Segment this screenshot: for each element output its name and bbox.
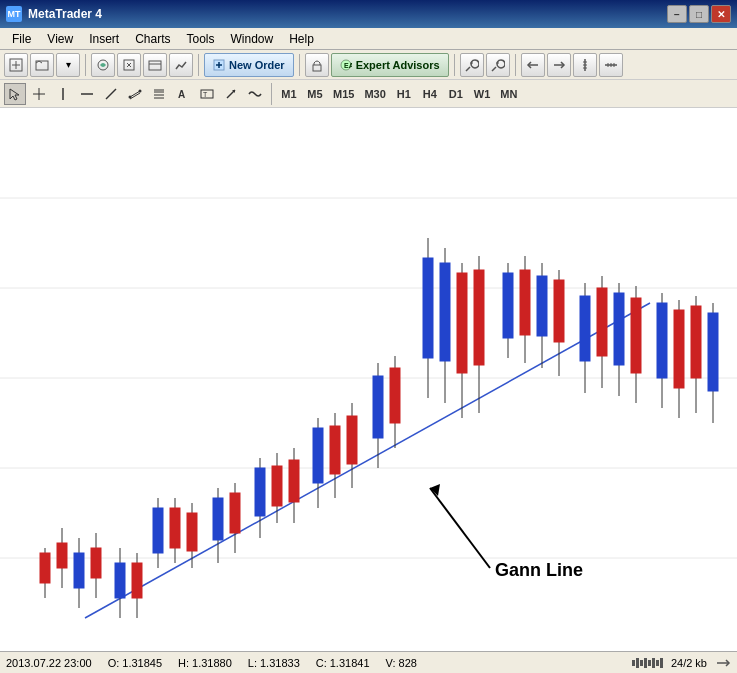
- label-tool[interactable]: T: [196, 83, 218, 105]
- svg-rect-90: [373, 376, 383, 438]
- tf-h1[interactable]: H1: [392, 84, 416, 104]
- trendline-tool[interactable]: [100, 83, 122, 105]
- minimize-button[interactable]: −: [667, 5, 687, 23]
- menu-window[interactable]: Window: [223, 30, 282, 48]
- title-bar-controls[interactable]: − □ ✕: [667, 5, 731, 23]
- title-bar-left: MT MetaTrader 4: [6, 6, 102, 22]
- svg-rect-82: [289, 460, 299, 502]
- low-value: 1.31833: [260, 657, 300, 669]
- text-tool[interactable]: A: [172, 83, 194, 105]
- svg-rect-96: [440, 263, 450, 361]
- svg-rect-76: [230, 493, 240, 533]
- svg-marker-29: [10, 89, 19, 100]
- time-scale-button[interactable]: [599, 53, 623, 77]
- svg-rect-13: [313, 65, 321, 71]
- cursor-tool[interactable]: [4, 83, 26, 105]
- scroll-indicator: [715, 656, 731, 670]
- trade-button[interactable]: [169, 53, 193, 77]
- tf-m15[interactable]: M15: [329, 84, 358, 104]
- new-chart-button[interactable]: [4, 53, 28, 77]
- scroll-left-button[interactable]: [521, 53, 545, 77]
- status-bar: 2013.07.22 23:00 O: 1.31845 H: 1.31880 L…: [0, 651, 737, 673]
- open-label: O:: [108, 657, 120, 669]
- svg-rect-72: [187, 513, 197, 551]
- close-label: C:: [316, 657, 327, 669]
- svg-rect-112: [597, 288, 607, 356]
- menu-tools[interactable]: Tools: [179, 30, 223, 48]
- high-price: H: 1.31880: [178, 657, 232, 669]
- menu-help[interactable]: Help: [281, 30, 322, 48]
- close-button[interactable]: ✕: [711, 5, 731, 23]
- svg-rect-78: [255, 468, 265, 516]
- close-value: 1.31841: [330, 657, 370, 669]
- tf-m1[interactable]: M1: [277, 84, 301, 104]
- price-scale-button[interactable]: [573, 53, 597, 77]
- svg-rect-48: [0, 108, 737, 651]
- arrow-tool[interactable]: [220, 83, 242, 105]
- svg-rect-98: [457, 273, 467, 373]
- volume: V: 828: [386, 657, 417, 669]
- expert-advisors-button[interactable]: EA Expert Advisors: [331, 53, 449, 77]
- scroll-right-button[interactable]: [547, 53, 571, 77]
- new-order-button[interactable]: New Order: [204, 53, 294, 77]
- open-value: 1.31845: [122, 657, 162, 669]
- datetime-display: 2013.07.22 23:00: [6, 657, 92, 669]
- svg-rect-116: [631, 298, 641, 373]
- history-button[interactable]: [143, 53, 167, 77]
- svg-rect-94: [423, 258, 433, 358]
- wave-tool[interactable]: [244, 83, 266, 105]
- open-button[interactable]: [30, 53, 54, 77]
- new-order-label: New Order: [229, 59, 285, 71]
- menu-insert[interactable]: Insert: [81, 30, 127, 48]
- svg-text:EA: EA: [344, 62, 352, 69]
- svg-rect-102: [503, 273, 513, 338]
- svg-rect-70: [170, 508, 180, 548]
- svg-rect-8: [149, 61, 161, 70]
- svg-rect-100: [474, 270, 484, 365]
- svg-rect-110: [580, 296, 590, 361]
- tf-w1[interactable]: W1: [470, 84, 495, 104]
- crosshair-tool[interactable]: [28, 83, 50, 105]
- svg-point-37: [129, 95, 132, 98]
- datetime-value: 2013.07.22 23:00: [6, 657, 92, 669]
- menu-file[interactable]: File: [4, 30, 39, 48]
- expert-advisors-label: Expert Advisors: [356, 59, 440, 71]
- dropdown-arrow[interactable]: ▾: [56, 53, 80, 77]
- maximize-button[interactable]: □: [689, 5, 709, 23]
- menu-charts[interactable]: Charts: [127, 30, 178, 48]
- svg-rect-118: [657, 303, 667, 378]
- tf-mn[interactable]: MN: [496, 84, 521, 104]
- connect-button[interactable]: [91, 53, 115, 77]
- separator2: [198, 54, 199, 76]
- app-title: MetaTrader 4: [28, 7, 102, 21]
- channel-tool[interactable]: [124, 83, 146, 105]
- kb-value: 24/2 kb: [671, 657, 707, 669]
- low-label: L:: [248, 657, 257, 669]
- tf-d1[interactable]: D1: [444, 84, 468, 104]
- tf-h4[interactable]: H4: [418, 84, 442, 104]
- separator1: [85, 54, 86, 76]
- tf-m5[interactable]: M5: [303, 84, 327, 104]
- svg-rect-86: [330, 426, 340, 474]
- expert-button[interactable]: [117, 53, 141, 77]
- zoom-out-button[interactable]: [486, 53, 510, 77]
- vertical-line-tool[interactable]: [52, 83, 74, 105]
- horizontal-line-tool[interactable]: [76, 83, 98, 105]
- low-price: L: 1.31833: [248, 657, 300, 669]
- chart-svg: Gann Line: [0, 108, 737, 651]
- svg-rect-88: [347, 416, 357, 464]
- separator5: [515, 54, 516, 76]
- svg-rect-120: [674, 310, 684, 388]
- zoom-in-button[interactable]: [460, 53, 484, 77]
- menu-view[interactable]: View: [39, 30, 81, 48]
- svg-rect-92: [390, 368, 400, 423]
- chart-area[interactable]: Gann Line: [0, 108, 737, 651]
- fibonacci-tool[interactable]: [148, 83, 170, 105]
- toolbar2: A T M1 M5 M15 M30 H1 H4 D1 W1 MN: [0, 80, 737, 108]
- volume-value: 828: [399, 657, 417, 669]
- svg-point-38: [139, 89, 142, 92]
- lock-button[interactable]: [305, 53, 329, 77]
- tf-m30[interactable]: M30: [360, 84, 389, 104]
- svg-rect-64: [115, 563, 125, 598]
- svg-rect-108: [554, 280, 564, 342]
